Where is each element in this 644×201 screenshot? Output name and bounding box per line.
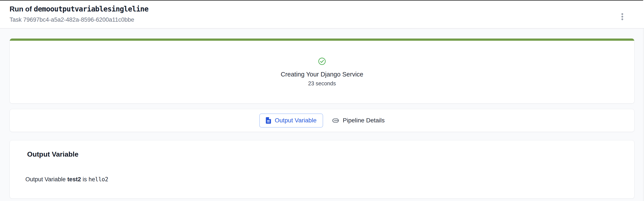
tabs-card: Output Variable Pipeline Details <box>10 109 634 132</box>
status-card: Creating Your Django Service 23 seconds <box>10 38 634 104</box>
tab-label: Pipeline Details <box>343 117 385 124</box>
status-duration: 23 seconds <box>308 80 336 87</box>
status-title: Creating Your Django Service <box>281 71 363 78</box>
page-header: Run of demooutputvariablesingleline Task… <box>0 1 644 29</box>
page-title-prefix: Run of <box>10 5 34 13</box>
status-accent-bar <box>10 38 634 41</box>
tab-label: Output Variable <box>275 117 316 124</box>
check-circle-icon <box>318 57 326 65</box>
document-icon <box>266 117 271 124</box>
link-icon <box>332 118 339 123</box>
tab-pipeline-details[interactable]: Pipeline Details <box>332 117 385 124</box>
output-variable-line: Output Variable test2 is hello2 <box>18 176 626 183</box>
kebab-menu-button[interactable] <box>619 11 626 22</box>
variable-name: test2 <box>67 176 81 183</box>
task-id-subtitle: Task 79697bc4-a5a2-482a-8596-6200a11c0bb… <box>10 16 148 23</box>
run-name: demooutputvariablesingleline <box>34 5 148 13</box>
page-title: Run of demooutputvariablesingleline <box>10 4 148 14</box>
variable-value: hello2 <box>88 176 108 183</box>
output-variable-card: Output Variable Output Variable test2 is… <box>10 140 634 199</box>
kebab-menu-icon <box>621 13 624 20</box>
tab-output-variable[interactable]: Output Variable <box>259 114 323 128</box>
output-variable-heading: Output Variable <box>18 150 626 158</box>
main-content: Creating Your Django Service 23 seconds … <box>0 38 644 199</box>
right-edge-gutter <box>643 1 644 201</box>
header-text-block: Run of demooutputvariablesingleline Task… <box>10 4 148 23</box>
output-line-middle: is <box>81 176 88 183</box>
output-line-prefix: Output Variable <box>26 176 67 183</box>
